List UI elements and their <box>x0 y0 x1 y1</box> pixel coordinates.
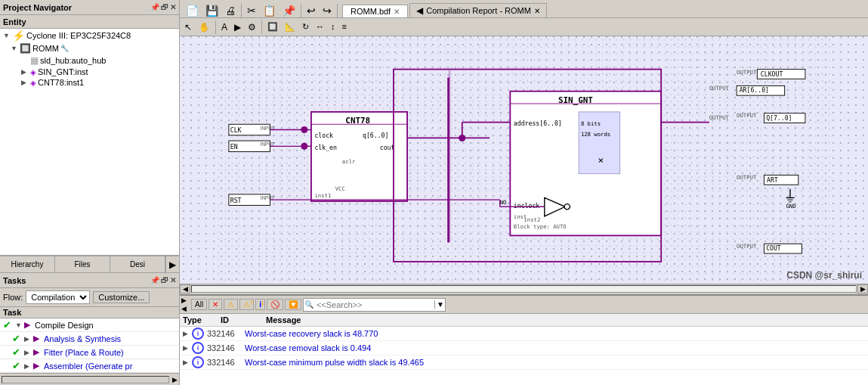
tab-romm-close[interactable]: ✕ <box>394 8 400 16</box>
scroll-thumb[interactable] <box>191 285 857 293</box>
flow-select[interactable]: Compilation <box>26 290 90 304</box>
romm-badge: 🔧 <box>60 45 69 52</box>
tasks-header: Tasks 📌 🗗 ✕ <box>0 273 179 288</box>
nav-tabs-scroll-right[interactable]: ▶ <box>165 256 179 272</box>
assembler-label[interactable]: Assembler (Generate pr <box>44 362 132 371</box>
toolbar-copy-btn[interactable]: 📋 <box>260 4 279 17</box>
watermark: CSDN @sr_shirui <box>786 270 862 281</box>
tasks-close-icon[interactable]: ✕ <box>170 276 176 284</box>
cnt78-item[interactable]: ▶ ◈ CNT78:inst1 <box>0 77 179 88</box>
message-row-1[interactable]: ▶ i 332146 Worst-case removal slack is 0… <box>180 341 868 356</box>
analysis-expand-icon[interactable]: ▶ <box>24 335 32 343</box>
toolbar-paste-btn[interactable]: 📌 <box>280 4 298 17</box>
sch-zoom-btn[interactable]: 🔲 <box>264 21 281 33</box>
task-scrollbar[interactable]: ▶ <box>0 373 179 385</box>
sch-symbol-btn[interactable]: ▶ <box>231 21 244 33</box>
sch-flip-h-btn[interactable]: ↔ <box>313 21 327 33</box>
tab-compilation-close[interactable]: ✕ <box>534 7 540 15</box>
side-icon-2[interactable]: ◀ <box>181 305 187 312</box>
tab-nav-back-icon[interactable]: ◀ <box>416 5 423 16</box>
compile-expand-icon[interactable]: ▼ <box>15 321 23 329</box>
compile-play-icon[interactable]: ▶ <box>24 320 33 330</box>
close-icon[interactable]: ✕ <box>170 3 176 11</box>
compile-label[interactable]: Compile Design <box>35 321 94 330</box>
task-row-assembler[interactable]: ✔ ▶ ▶ Assembler (Generate pr <box>0 359 179 373</box>
scroll-left-btn[interactable]: ◀ <box>180 284 190 293</box>
tab-compilation-report[interactable]: ◀ Compilation Report - ROMM ✕ <box>409 3 547 17</box>
suppress-btn[interactable]: 🚫 <box>267 299 283 310</box>
error-filter-icon[interactable]: ✕ <box>209 299 222 310</box>
task-scroll-right[interactable]: ▶ <box>171 376 179 383</box>
analysis-play-icon[interactable]: ▶ <box>33 334 42 343</box>
info-count-btn[interactable]: i1 <box>255 299 265 310</box>
task-row-analysis[interactable]: ✔ ▶ ▶ Analysis & Synthesis <box>0 332 179 346</box>
msg-expand-2[interactable]: ▶ <box>183 359 192 366</box>
sch-select-btn[interactable]: ↖ <box>181 21 195 33</box>
search-wrapper[interactable]: 🔍 ▼ <box>303 298 446 312</box>
scroll-right-btn[interactable]: ▶ <box>857 284 868 293</box>
search-dropdown-btn[interactable]: ▼ <box>434 300 444 309</box>
entity-tree[interactable]: ▼ ⚡ Cyclone III: EP3C25F324C8 ▼ 🔲 ROMM 🔧… <box>0 29 179 256</box>
message-row-0[interactable]: ▶ i 332146 Worst-case recovery slack is … <box>180 327 868 341</box>
toolbar-redo-btn[interactable]: ↪ <box>320 4 335 17</box>
sldhub-item[interactable]: ▦ sld_hub:auto_hub <box>0 54 179 67</box>
singnt-label: SIN_GNT:inst <box>38 67 88 76</box>
msg-expand-1[interactable]: ▶ <box>183 344 192 352</box>
sch-wire-btn[interactable]: ⚙ <box>245 21 259 33</box>
all-filter-btn[interactable]: All <box>191 299 207 310</box>
message-toolbar: ▶ ◀ All ✕ ⚠ ⚠7 i1 🚫 🔽 🔍 <box>180 296 868 314</box>
task-row-fitter[interactable]: ✔ ▶ ▶ Fitter (Place & Route) <box>0 346 179 359</box>
msg-expand-0[interactable]: ▶ <box>183 330 192 337</box>
toolbar-print-btn[interactable]: 🖨 <box>222 4 239 17</box>
restore-icon[interactable]: 🗗 <box>161 3 168 11</box>
sch-text-btn[interactable]: A <box>218 21 230 33</box>
customize-button[interactable]: Customize... <box>93 291 150 303</box>
msg-text-2: Worst-case minimum pulse width slack is … <box>245 358 865 367</box>
sch-hand-btn[interactable]: ✋ <box>196 21 213 33</box>
tab-hierarchy[interactable]: Hierarchy <box>0 256 55 272</box>
filter-btn[interactable]: 🔽 <box>285 299 301 310</box>
schematic-canvas[interactable]: ↖ ✋ A ▶ ⚙ 🔲 📐 ↻ ↔ ↕ ≡ <box>180 18 868 294</box>
fitter-expand-icon[interactable]: ▶ <box>24 349 32 356</box>
sch-align-btn[interactable]: ≡ <box>339 21 350 33</box>
sch-flip-v-btn[interactable]: ↕ <box>328 21 338 33</box>
schematic-content[interactable]: CLK INPUT EN INPUT RST INPUT <box>180 36 868 284</box>
assembler-check-icon: ✔ <box>12 360 23 371</box>
tab-files[interactable]: Files <box>55 256 110 272</box>
assembler-expand-icon[interactable]: ▶ <box>24 362 32 370</box>
tasks-restore-icon[interactable]: 🗗 <box>161 276 168 284</box>
svg-text:OUTPUT: OUTPUT <box>737 243 757 250</box>
assembler-play-icon[interactable]: ▶ <box>33 361 42 371</box>
analysis-label[interactable]: Analysis & Synthesis <box>44 334 121 343</box>
schematic-hscroll[interactable]: ◀ ▶ <box>180 284 868 294</box>
svg-text:q[6..0]: q[6..0] <box>363 132 388 139</box>
cnt78-label: CNT78:inst1 <box>38 78 84 87</box>
romm-item[interactable]: ▼ 🔲 ROMM 🔧 <box>0 42 179 54</box>
toolbar-cut-btn[interactable]: ✂ <box>244 4 259 17</box>
message-search-input[interactable] <box>314 300 434 310</box>
tasks-pin-icon[interactable]: 📌 <box>150 276 159 284</box>
message-row-2[interactable]: ▶ i 332146 Worst-case minimum pulse widt… <box>180 356 868 370</box>
msg-info-icon-1: i <box>192 342 204 354</box>
singnt-item[interactable]: ▶ ◈ SIN_GNT:inst <box>0 67 179 77</box>
toolbar-open-btn[interactable]: 📄 <box>183 4 202 17</box>
tab-design[interactable]: Desi <box>110 256 165 272</box>
tab-romm-bdf[interactable]: ROMM.bdf ✕ <box>342 5 408 17</box>
toolbar-save-btn[interactable]: 💾 <box>202 4 221 17</box>
entity-header: Entity <box>0 15 179 29</box>
sch-rotate-btn[interactable]: ↻ <box>299 21 312 33</box>
device-item[interactable]: ▼ ⚡ Cyclone III: EP3C25F324C8 <box>0 29 179 42</box>
msg-text-1: Worst-case removal slack is 0.494 <box>245 343 865 352</box>
warning-count-btn[interactable]: ⚠7 <box>239 299 254 310</box>
pin-icon[interactable]: 📌 <box>150 3 159 11</box>
romm-label: ROMM <box>32 44 59 53</box>
toolbar-undo-btn[interactable]: ↩ <box>304 4 319 17</box>
fitter-label[interactable]: Fitter (Place & Route) <box>44 348 124 357</box>
warning-filter-icon[interactable]: ⚠ <box>224 299 238 310</box>
side-icon-1[interactable]: ▶ <box>181 297 187 304</box>
sch-sep1 <box>215 20 216 34</box>
sch-fit-btn[interactable]: 📐 <box>282 21 298 33</box>
fitter-play-icon[interactable]: ▶ <box>33 347 42 357</box>
task-row-compile[interactable]: ✔ ▼ ▶ Compile Design <box>0 318 179 332</box>
svg-text:clk_en: clk_en <box>314 144 337 151</box>
